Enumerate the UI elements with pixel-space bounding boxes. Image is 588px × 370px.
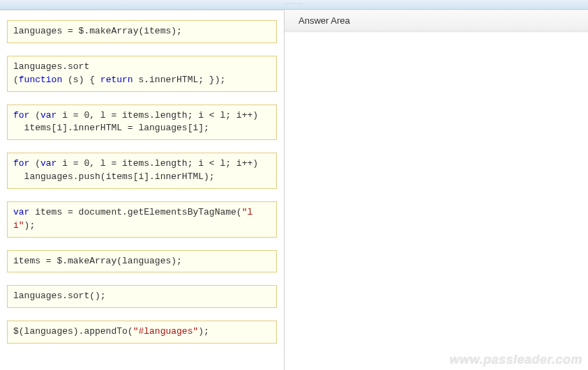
answer-area-header: Answer Area [285,10,588,31]
drag-grip-icon[interactable]: :::::::: [285,2,303,4]
code-card[interactable]: languages.sort(); [7,285,277,308]
code-card[interactable]: items = $.makeArray(languages); [7,250,277,273]
main-split: languages = $.makeArray(items); language… [0,10,588,370]
code-card[interactable]: var items = document.getElementsByTagNam… [7,201,277,238]
source-panel[interactable]: languages = $.makeArray(items); language… [0,10,285,370]
code-card[interactable]: languages = $.makeArray(items); [7,20,277,43]
code-card[interactable]: for (var i = 0, l = items.length; i < l;… [7,153,277,189]
answer-panel[interactable]: Answer Area [285,10,588,370]
code-card[interactable]: languages.sort (function (s) { return s.… [7,56,277,92]
code-card[interactable]: for (var i = 0, l = items.length; i < l;… [7,105,277,141]
code-card[interactable]: $(languages).appendTo("#languages"); [7,321,277,344]
window-top-bar: :::::::: [0,0,588,10]
